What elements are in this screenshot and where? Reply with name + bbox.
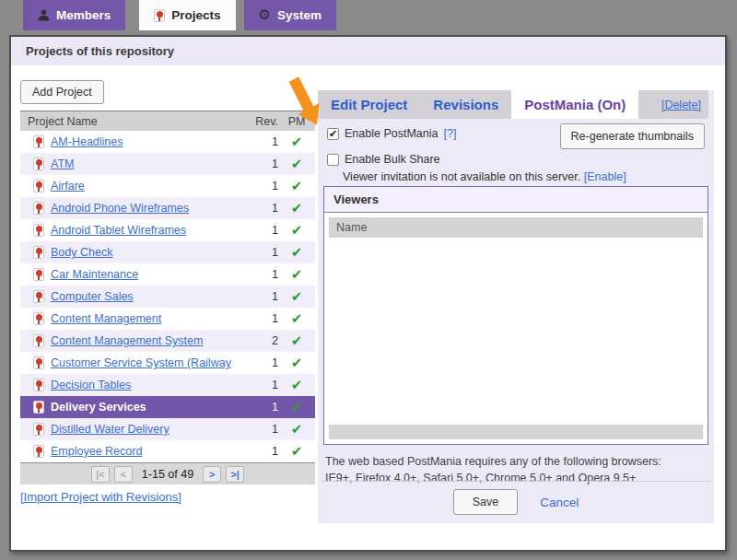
enable-postmania-label: Enable PostMania: [345, 127, 438, 140]
tab-revisions[interactable]: Revisions: [420, 90, 511, 119]
table-row[interactable]: Distilled Water Delivery1✔: [20, 418, 315, 440]
viewers-name-column: Name: [329, 217, 703, 238]
enable-postmania-row: ✔ Enable PostMania [?]: [327, 127, 456, 140]
project-icon: [33, 290, 44, 303]
project-link[interactable]: Android Tablet Wireframes: [51, 224, 254, 237]
pm-check-icon: ✔: [278, 288, 315, 305]
pm-check-icon: ✔: [278, 421, 315, 438]
tab-postmania[interactable]: PostMania (On): [511, 90, 638, 119]
table-row[interactable]: Car Maintenance1✔: [20, 263, 315, 286]
pm-check-icon: ✔: [278, 310, 315, 327]
table-row[interactable]: Body Check1✔: [20, 241, 315, 263]
gear-icon: ⚙: [259, 8, 271, 22]
table-row[interactable]: Android Phone Wireframes1✔: [20, 197, 315, 219]
project-rev: 1: [254, 268, 278, 281]
project-rev: 1: [254, 445, 278, 458]
project-link[interactable]: AM-Headlines: [51, 135, 254, 148]
projects-table-header: Project Name Rev. PM: [20, 111, 315, 131]
project-link[interactable]: Distilled Water Delivery: [51, 423, 254, 436]
project-icon: [33, 135, 44, 148]
project-link[interactable]: Employee Record: [51, 445, 254, 458]
project-rev: 1: [254, 290, 278, 303]
add-project-button[interactable]: Add Project: [20, 80, 104, 104]
project-rows: AM-Headlines1✔ATM1✔Airfare1✔Android Phon…: [20, 131, 315, 462]
tab-system-label: System: [277, 8, 322, 22]
project-link[interactable]: Customer Service System (Railway: [51, 356, 254, 369]
pm-check-icon: ✔: [278, 244, 315, 261]
postmania-help-link[interactable]: [?]: [443, 127, 456, 140]
project-pin-icon: [154, 9, 165, 22]
project-link[interactable]: Android Phone Wireframes: [51, 202, 254, 215]
regenerate-thumbnails-button[interactable]: Re-generate thumbnails: [560, 123, 705, 149]
save-button[interactable]: Save: [453, 489, 519, 515]
browser-note-line1: The web based PostMania requires any of …: [325, 453, 661, 470]
project-icon: [33, 224, 44, 237]
project-link[interactable]: Delivery Services: [51, 401, 254, 414]
delete-project-link[interactable]: [Delete]: [661, 99, 708, 111]
project-link[interactable]: ATM: [51, 158, 254, 170]
enable-postmania-checkbox[interactable]: ✔: [327, 128, 339, 140]
project-link[interactable]: Body Check: [51, 246, 254, 259]
project-rev: 2: [254, 334, 278, 347]
project-link[interactable]: Content Management: [51, 312, 254, 325]
project-icon: [33, 334, 44, 347]
tab-system[interactable]: ⚙ System: [244, 0, 336, 30]
projects-table: Project Name Rev. PM AM-Headlines1✔ATM1✔…: [20, 111, 315, 484]
browser-note-line2: IE9+, Firefox 4.0+, Safari 5.0+, Chrome …: [325, 470, 661, 486]
project-rev: 1: [254, 379, 278, 391]
table-row[interactable]: ATM1✔: [20, 153, 315, 175]
main-panel: Projects of this repository Add Project …: [9, 35, 727, 552]
cancel-link[interactable]: Cancel: [540, 496, 579, 509]
pagination-prev-button[interactable]: <: [114, 466, 133, 483]
enable-bulk-share-label: Enable Bulk Share: [345, 153, 440, 166]
project-link[interactable]: Decision Tables: [51, 379, 254, 391]
pm-check-icon: ✔: [278, 134, 315, 150]
tab-projects[interactable]: Projects: [139, 0, 235, 30]
project-link[interactable]: Content Management System: [51, 334, 254, 347]
table-row[interactable]: Content Management1✔: [20, 308, 315, 330]
footer-divider: [322, 481, 710, 482]
enable-bulk-share-checkbox[interactable]: [327, 154, 339, 166]
viewers-box: Viewers Name: [323, 186, 708, 445]
pm-check-icon: ✔: [278, 178, 315, 194]
pm-check-icon: ✔: [278, 443, 315, 460]
table-row[interactable]: Decision Tables1✔: [20, 374, 315, 396]
project-detail-panel: Edit Project Revisions PostMania (On) [D…: [318, 90, 714, 523]
table-row[interactable]: Delivery Services1✔: [20, 396, 315, 418]
project-icon: [33, 423, 44, 436]
project-link[interactable]: Computer Sales: [51, 290, 254, 303]
project-rev: 1: [254, 401, 278, 414]
table-row[interactable]: Customer Service System (Railway1✔: [20, 352, 315, 374]
table-row[interactable]: Content Management System2✔: [20, 330, 315, 352]
enable-bulk-share-row: Enable Bulk Share: [327, 153, 440, 166]
project-rev: 1: [254, 423, 278, 436]
project-link[interactable]: Car Maintenance: [51, 268, 254, 281]
viewer-invitation-enable-link[interactable]: [Enable]: [584, 170, 626, 183]
table-row[interactable]: Airfare1✔: [20, 175, 315, 197]
table-row[interactable]: Computer Sales1✔: [20, 286, 315, 308]
pm-check-icon: ✔: [278, 399, 315, 415]
pm-check-icon: ✔: [278, 156, 315, 172]
pagination-last-button[interactable]: >|: [226, 466, 244, 483]
tab-members[interactable]: Members: [23, 0, 125, 30]
viewers-empty-area: [324, 238, 708, 425]
project-link[interactable]: Airfare: [51, 180, 254, 192]
footer-actions: Save Cancel: [318, 489, 714, 515]
tab-members-label: Members: [56, 8, 111, 22]
project-icon: [33, 401, 44, 414]
tab-edit-project[interactable]: Edit Project: [318, 90, 420, 119]
import-project-link[interactable]: [Import Project with Revisions]: [20, 490, 181, 504]
viewers-scrollbar-track[interactable]: [329, 425, 703, 439]
pagination-next-button[interactable]: >: [203, 466, 221, 483]
person-icon: [38, 9, 50, 21]
project-icon: [33, 202, 44, 215]
table-row[interactable]: Employee Record1✔: [20, 440, 315, 462]
table-row[interactable]: Android Tablet Wireframes1✔: [20, 219, 315, 241]
column-pm: PM: [278, 115, 315, 128]
project-rev: 1: [254, 224, 278, 237]
pagination-first-button[interactable]: |<: [91, 466, 110, 483]
table-row[interactable]: AM-Headlines1✔: [20, 131, 315, 153]
detail-tabs: Edit Project Revisions PostMania (On) [D…: [318, 90, 708, 119]
viewers-title: Viewers: [324, 187, 708, 213]
page-title: Projects of this repository: [11, 37, 725, 65]
